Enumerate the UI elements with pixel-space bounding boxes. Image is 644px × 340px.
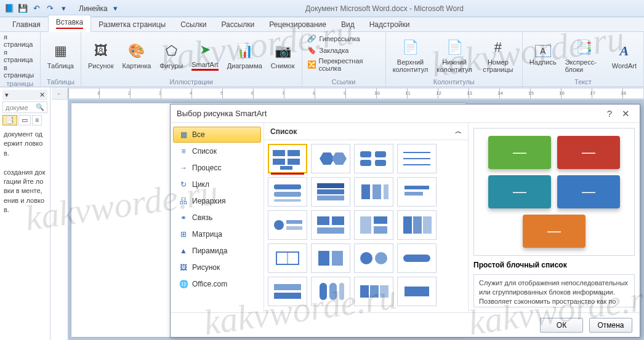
tab-page-layout[interactable]: Разметка страницы [91, 18, 173, 31]
qat-dropdown-icon-2[interactable]: ▾ [110, 3, 121, 14]
textbox-button[interactable]: AНадпись [526, 43, 560, 68]
blank-page-label[interactable]: я страница [4, 49, 36, 63]
footer-button[interactable]: 📄Нижний колонтитул [433, 36, 475, 75]
qat-dropdown-icon[interactable]: ▾ [58, 3, 69, 14]
gallery-thumb[interactable] [311, 177, 350, 207]
svg-rect-2 [273, 159, 285, 165]
nav-tab-results[interactable]: ≡ [32, 115, 42, 125]
gallery-thumb[interactable] [268, 210, 307, 240]
table-icon: ▦ [50, 41, 70, 61]
cat-picture[interactable]: 🖼Рисунок [173, 259, 261, 275]
header-label: Верхний колонтитул [393, 58, 429, 73]
tab-insert[interactable]: Вставка [48, 15, 92, 32]
svg-rect-31 [360, 216, 371, 234]
gallery-thumb[interactable] [268, 243, 307, 273]
gallery-thumb[interactable] [397, 210, 437, 240]
table-button[interactable]: ▦ Таблица [44, 39, 77, 71]
page-break-label[interactable]: в страницы [4, 64, 36, 79]
cover-page-label[interactable]: я страница [4, 33, 36, 48]
crossref-label: Перекрестная ссылка [319, 57, 380, 72]
shapes-button[interactable]: ⬠Фигуры [156, 39, 186, 71]
svg-rect-29 [332, 216, 344, 225]
gallery-thumb[interactable] [397, 243, 437, 273]
redo-icon[interactable]: ↷ [44, 3, 55, 14]
picture-button[interactable]: 🖼Рисунок [85, 39, 117, 71]
gallery-thumb[interactable] [397, 177, 437, 207]
nav-tab-pages[interactable]: ▭ [18, 115, 31, 125]
gallery-thumb[interactable] [397, 277, 437, 306]
svg-rect-26 [286, 220, 302, 224]
nav-search[interactable]: докуме 🔍 [2, 101, 47, 113]
pagenum-button[interactable]: #Номер страницы [478, 36, 518, 75]
close-icon[interactable]: ✕ [39, 91, 45, 99]
svg-rect-20 [361, 184, 370, 199]
quickparts-button[interactable]: 📑Экспресс-блоки [562, 36, 606, 75]
gallery-thumb[interactable] [268, 177, 307, 207]
gallery-thumb[interactable] [311, 277, 350, 306]
group-illus-label: Иллюстрации [170, 77, 213, 87]
chart-icon: 📊 [235, 41, 254, 61]
gallery-thumb[interactable] [354, 210, 393, 240]
clipart-button[interactable]: 🎨Картинка [119, 39, 154, 71]
gallery-thumb[interactable] [354, 243, 393, 273]
gallery-thumb[interactable] [311, 243, 350, 273]
tab-home[interactable]: Главная [5, 18, 48, 31]
qat-ruler-label[interactable]: Линейка [79, 4, 108, 13]
ruler-corner: ⌐ [52, 87, 68, 100]
cat-cycle[interactable]: ↻Цикл [173, 176, 261, 192]
svg-rect-3 [288, 159, 300, 165]
help-button[interactable]: ? [602, 108, 618, 119]
gallery-thumb[interactable] [268, 144, 307, 173]
svg-point-42 [375, 252, 387, 264]
quick-access-toolbar: 📘 💾 ↶ ↷ ▾ Линейка ▾ [0, 3, 125, 14]
cat-all[interactable]: ▦Все [173, 127, 261, 143]
save-icon[interactable]: 💾 [17, 3, 28, 14]
gallery-thumb[interactable] [354, 277, 393, 306]
hyperlink-button[interactable]: 🔗Гиперссылка [306, 33, 361, 44]
svg-rect-47 [329, 283, 337, 300]
tab-view[interactable]: Вид [334, 18, 362, 31]
bookmark-button[interactable]: 🔖Закладка [306, 45, 350, 56]
svg-rect-15 [274, 192, 301, 197]
close-button[interactable]: ✕ [618, 108, 634, 119]
gallery-thumb[interactable] [397, 144, 437, 173]
tab-mailings[interactable]: Рассылки [214, 18, 262, 31]
table-label: Таблица [47, 62, 74, 69]
cat-matrix[interactable]: ⊞Матрица [173, 226, 261, 242]
all-icon: ▦ [179, 130, 188, 140]
svg-rect-0 [273, 150, 285, 156]
cat-office[interactable]: 🌐Office.com [173, 276, 261, 292]
svg-rect-17 [317, 183, 344, 188]
screenshot-button[interactable]: 📷Снимок [268, 39, 298, 71]
crossref-button[interactable]: 🔀Перекрестная ссылка [306, 57, 382, 73]
chart-button[interactable]: 📊Диаграмма [224, 39, 265, 71]
svg-rect-24 [405, 192, 423, 196]
horizontal-ruler[interactable]: 0123456789101112131415161718 [68, 88, 644, 99]
cat-relationship[interactable]: ⚭Связь [173, 210, 261, 226]
cat-hierarchy[interactable]: 品Иерархия [173, 193, 261, 209]
gallery-thumb[interactable] [311, 144, 350, 173]
preview-name: Простой блочный список [473, 261, 635, 269]
collapse-icon[interactable]: ︿ [455, 127, 462, 136]
cat-process[interactable]: →Процесс [173, 160, 261, 176]
cancel-button[interactable]: Отмена [589, 318, 632, 333]
nav-tab-headings[interactable]: 📑 [2, 115, 17, 125]
tab-references[interactable]: Ссылки [173, 18, 214, 31]
svg-rect-39 [318, 251, 329, 266]
svg-rect-1 [288, 150, 300, 156]
hierarchy-icon: 品 [179, 196, 188, 206]
svg-rect-33 [374, 226, 387, 234]
undo-icon[interactable]: ↶ [31, 3, 42, 14]
wordart-button[interactable]: AWordArt [609, 39, 640, 71]
tab-addins[interactable]: Надстройки [362, 18, 417, 31]
tab-review[interactable]: Рецензирование [262, 18, 334, 31]
gallery-thumb[interactable] [268, 277, 307, 306]
cat-list[interactable]: ≡Список [173, 143, 261, 159]
header-button[interactable]: 📄Верхний колонтитул [390, 36, 432, 75]
cat-pyramid[interactable]: ▲Пирамида [173, 243, 261, 259]
smartart-button[interactable]: ➤SmartArt [188, 38, 221, 73]
gallery-thumb[interactable] [354, 177, 393, 207]
gallery-thumb[interactable] [311, 210, 350, 240]
gallery-thumb[interactable] [354, 144, 393, 173]
ok-button[interactable]: ОК [540, 318, 583, 333]
